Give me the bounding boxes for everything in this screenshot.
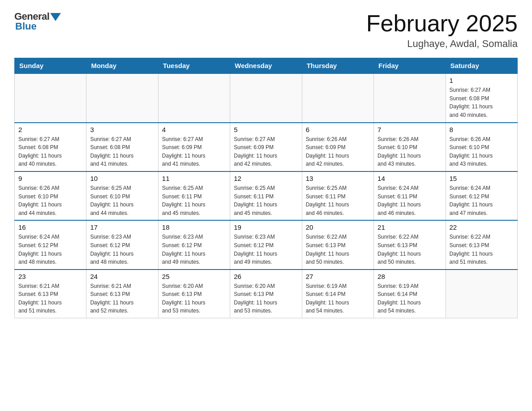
day-info: Sunrise: 6:21 AMSunset: 6:13 PMDaylight:… [90,283,133,314]
calendar-cell: 17Sunrise: 6:23 AMSunset: 6:12 PMDayligh… [86,220,158,269]
calendar-cell: 10Sunrise: 6:25 AMSunset: 6:10 PMDayligh… [86,171,158,220]
day-number: 8 [450,126,514,133]
day-info: Sunrise: 6:24 AMSunset: 6:12 PMDaylight:… [18,234,62,265]
calendar-cell: 23Sunrise: 6:21 AMSunset: 6:13 PMDayligh… [15,270,86,318]
calendar-cell [158,73,230,122]
day-info: Sunrise: 6:22 AMSunset: 6:13 PMDaylight:… [378,234,421,265]
day-info: Sunrise: 6:26 AMSunset: 6:10 PMDaylight:… [378,136,421,167]
calendar-cell: 26Sunrise: 6:20 AMSunset: 6:13 PMDayligh… [230,270,302,318]
calendar-location: Lughaye, Awdal, Somalia [366,38,518,50]
logo-arrow-icon [50,13,61,21]
calendar-cell [374,73,446,122]
calendar-cell: 8Sunrise: 6:26 AMSunset: 6:10 PMDaylight… [446,123,517,171]
day-info: Sunrise: 6:20 AMSunset: 6:13 PMDaylight:… [234,283,277,314]
calendar-cell [302,73,373,122]
day-number: 14 [378,175,442,182]
weekday-header-saturday: Saturday [446,58,517,74]
calendar-cell: 19Sunrise: 6:23 AMSunset: 6:12 PMDayligh… [230,220,302,269]
weekday-header-thursday: Thursday [302,58,373,74]
day-info: Sunrise: 6:26 AMSunset: 6:10 PMDaylight:… [450,136,493,167]
page-header: General Blue February 2025 Lughaye, Awda… [14,11,518,50]
calendar-cell: 16Sunrise: 6:24 AMSunset: 6:12 PMDayligh… [15,220,86,269]
calendar-week-row: 1Sunrise: 6:27 AMSunset: 6:08 PMDaylight… [15,73,518,122]
calendar-header: SundayMondayTuesdayWednesdayThursdayFrid… [15,58,518,74]
calendar-cell: 27Sunrise: 6:19 AMSunset: 6:14 PMDayligh… [302,270,373,318]
day-number: 10 [90,175,154,182]
day-number: 23 [18,273,82,280]
calendar-week-row: 23Sunrise: 6:21 AMSunset: 6:13 PMDayligh… [15,270,518,318]
calendar-body: 1Sunrise: 6:27 AMSunset: 6:08 PMDaylight… [15,73,518,318]
day-number: 24 [90,273,154,280]
day-info: Sunrise: 6:27 AMSunset: 6:08 PMDaylight:… [90,136,133,167]
logo-blue-text: Blue [15,21,37,32]
calendar-cell: 7Sunrise: 6:26 AMSunset: 6:10 PMDaylight… [374,123,446,171]
day-number: 20 [306,223,370,231]
calendar-cell: 20Sunrise: 6:22 AMSunset: 6:13 PMDayligh… [302,220,373,269]
day-info: Sunrise: 6:19 AMSunset: 6:14 PMDaylight:… [378,283,421,314]
calendar-table: SundayMondayTuesdayWednesdayThursdayFrid… [14,58,518,318]
calendar-cell: 6Sunrise: 6:26 AMSunset: 6:09 PMDaylight… [302,123,373,171]
weekday-header-friday: Friday [374,58,446,74]
day-info: Sunrise: 6:21 AMSunset: 6:13 PMDaylight:… [18,283,62,314]
day-number: 25 [162,273,226,280]
calendar-week-row: 16Sunrise: 6:24 AMSunset: 6:12 PMDayligh… [15,220,518,269]
logo: General Blue [14,11,61,32]
calendar-week-row: 2Sunrise: 6:27 AMSunset: 6:08 PMDaylight… [15,123,518,171]
day-number: 19 [234,223,298,231]
day-number: 5 [234,126,298,133]
day-number: 11 [162,175,226,182]
calendar-cell: 9Sunrise: 6:26 AMSunset: 6:10 PMDaylight… [15,171,86,220]
day-number: 3 [90,126,154,133]
weekday-header-sunday: Sunday [15,58,86,74]
calendar-cell: 18Sunrise: 6:23 AMSunset: 6:12 PMDayligh… [158,220,230,269]
day-info: Sunrise: 6:23 AMSunset: 6:12 PMDaylight:… [234,234,277,265]
calendar-cell: 25Sunrise: 6:20 AMSunset: 6:13 PMDayligh… [158,270,230,318]
calendar-cell [230,73,302,122]
day-info: Sunrise: 6:25 AMSunset: 6:11 PMDaylight:… [234,185,277,216]
weekday-header-wednesday: Wednesday [230,58,302,74]
day-info: Sunrise: 6:27 AMSunset: 6:09 PMDaylight:… [162,136,206,167]
day-info: Sunrise: 6:27 AMSunset: 6:09 PMDaylight:… [234,136,277,167]
day-number: 18 [162,223,226,231]
day-number: 1 [450,77,514,84]
calendar-week-row: 9Sunrise: 6:26 AMSunset: 6:10 PMDaylight… [15,171,518,220]
day-number: 13 [306,175,370,182]
day-number: 27 [306,273,370,280]
day-info: Sunrise: 6:23 AMSunset: 6:12 PMDaylight:… [90,234,133,265]
day-number: 26 [234,273,298,280]
weekday-header-row: SundayMondayTuesdayWednesdayThursdayFrid… [15,58,518,74]
day-number: 16 [18,223,82,231]
day-info: Sunrise: 6:25 AMSunset: 6:11 PMDaylight:… [306,185,349,216]
calendar-title: February 2025 [366,11,518,36]
calendar-cell: 15Sunrise: 6:24 AMSunset: 6:12 PMDayligh… [446,171,517,220]
day-number: 4 [162,126,226,133]
calendar-cell: 12Sunrise: 6:25 AMSunset: 6:11 PMDayligh… [230,171,302,220]
day-number: 6 [306,126,370,133]
calendar-cell: 14Sunrise: 6:24 AMSunset: 6:11 PMDayligh… [374,171,446,220]
day-info: Sunrise: 6:20 AMSunset: 6:13 PMDaylight:… [162,283,206,314]
title-block: February 2025 Lughaye, Awdal, Somalia [366,11,518,50]
day-number: 15 [450,175,514,182]
day-number: 12 [234,175,298,182]
calendar-cell: 3Sunrise: 6:27 AMSunset: 6:08 PMDaylight… [86,123,158,171]
day-info: Sunrise: 6:24 AMSunset: 6:11 PMDaylight:… [378,185,421,216]
weekday-header-monday: Monday [86,58,158,74]
day-info: Sunrise: 6:19 AMSunset: 6:14 PMDaylight:… [306,283,349,314]
day-number: 22 [450,223,514,231]
weekday-header-tuesday: Tuesday [158,58,230,74]
day-info: Sunrise: 6:26 AMSunset: 6:09 PMDaylight:… [306,136,349,167]
calendar-cell: 24Sunrise: 6:21 AMSunset: 6:13 PMDayligh… [86,270,158,318]
day-info: Sunrise: 6:24 AMSunset: 6:12 PMDaylight:… [450,185,493,216]
day-number: 21 [378,223,442,231]
calendar-cell: 1Sunrise: 6:27 AMSunset: 6:08 PMDaylight… [446,73,517,122]
calendar-cell: 28Sunrise: 6:19 AMSunset: 6:14 PMDayligh… [374,270,446,318]
day-info: Sunrise: 6:22 AMSunset: 6:13 PMDaylight:… [450,234,493,265]
day-info: Sunrise: 6:23 AMSunset: 6:12 PMDaylight:… [162,234,206,265]
day-number: 7 [378,126,442,133]
day-number: 2 [18,126,82,133]
calendar-cell: 4Sunrise: 6:27 AMSunset: 6:09 PMDaylight… [158,123,230,171]
day-number: 17 [90,223,154,231]
day-info: Sunrise: 6:26 AMSunset: 6:10 PMDaylight:… [18,185,62,216]
calendar-cell [15,73,86,122]
calendar-cell: 5Sunrise: 6:27 AMSunset: 6:09 PMDaylight… [230,123,302,171]
